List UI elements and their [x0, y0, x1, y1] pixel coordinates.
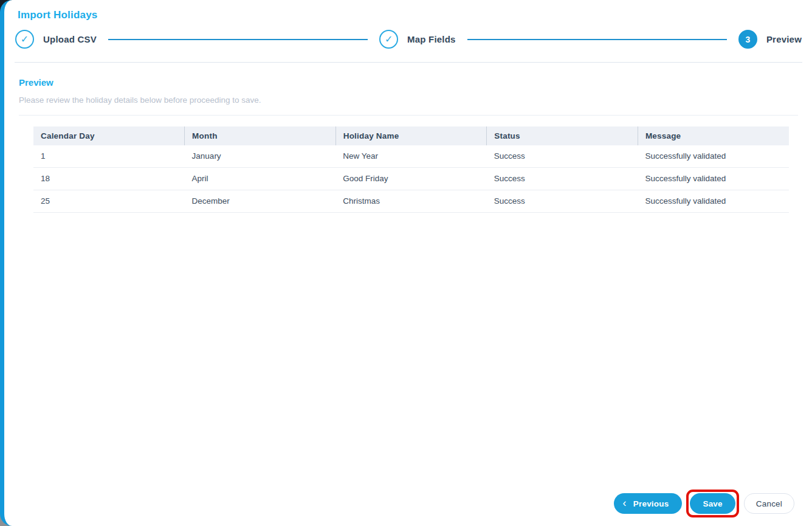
step-label: Map Fields	[407, 34, 456, 44]
holiday-preview-table: Calendar Day Month Holiday Name Status M…	[33, 126, 789, 213]
cell-month: December	[185, 190, 336, 213]
step-number-badge: 3	[738, 30, 757, 49]
column-header-calendar-day: Calendar Day	[33, 126, 185, 145]
section-title: Preview	[19, 77, 798, 88]
column-header-status: Status	[487, 126, 638, 145]
cell-holiday-name: New Year	[335, 145, 487, 168]
column-header-message: Message	[638, 126, 789, 145]
column-header-holiday-name: Holiday Name	[335, 126, 487, 145]
step-map-fields[interactable]: ✓ Map Fields	[379, 30, 456, 49]
cell-month: January	[185, 145, 336, 168]
cell-calendar-day: 1	[33, 145, 185, 168]
cell-message: Successfully validated	[638, 190, 789, 213]
cell-calendar-day: 25	[33, 190, 185, 213]
table-header-row: Calendar Day Month Holiday Name Status M…	[33, 126, 789, 145]
previous-button-label: Previous	[633, 499, 669, 508]
step-completed-check-icon: ✓	[15, 30, 34, 49]
cell-holiday-name: Good Friday	[335, 168, 487, 190]
cell-status: Success	[487, 168, 638, 190]
step-label: Upload CSV	[43, 34, 97, 44]
import-holidays-panel: Import Holidays ✓ Upload CSV ✓ Map Field…	[0, 0, 812, 526]
save-button[interactable]: Save	[690, 493, 735, 514]
step-connector	[467, 39, 727, 40]
previous-button[interactable]: ‹ Previous	[614, 493, 683, 514]
table-row: 25 December Christmas Success Successful…	[33, 190, 789, 213]
step-connector	[108, 39, 368, 40]
cancel-button[interactable]: Cancel	[744, 493, 794, 514]
section-divider	[19, 115, 798, 116]
column-header-month: Month	[185, 126, 336, 145]
stepper-divider	[15, 62, 802, 63]
section-subtitle: Please review the holiday details below …	[19, 95, 798, 105]
table-row: 1 January New Year Success Successfully …	[33, 145, 789, 168]
preview-section-header: Preview Please review the holiday detail…	[19, 77, 798, 105]
chevron-left-icon: ‹	[623, 497, 627, 508]
cell-message: Successfully validated	[638, 168, 789, 190]
annotation-highlight-box: Save	[686, 490, 738, 517]
cell-status: Success	[487, 145, 638, 168]
cell-month: April	[185, 168, 336, 190]
step-completed-check-icon: ✓	[379, 30, 398, 49]
wizard-stepper: ✓ Upload CSV ✓ Map Fields 3 Preview	[15, 30, 802, 49]
cell-message: Successfully validated	[638, 145, 789, 168]
step-upload-csv[interactable]: ✓ Upload CSV	[15, 30, 97, 49]
page-title: Import Holidays	[18, 9, 803, 21]
preview-table-container: Calendar Day Month Holiday Name Status M…	[33, 126, 789, 213]
step-preview[interactable]: 3 Preview	[738, 30, 802, 49]
cell-holiday-name: Christmas	[335, 190, 487, 213]
table-row: 18 April Good Friday Success Successfull…	[33, 168, 789, 190]
cell-status: Success	[487, 190, 638, 213]
wizard-footer: ‹ Previous Save Cancel	[14, 490, 803, 519]
cell-calendar-day: 18	[33, 168, 185, 190]
step-label: Preview	[766, 34, 802, 44]
